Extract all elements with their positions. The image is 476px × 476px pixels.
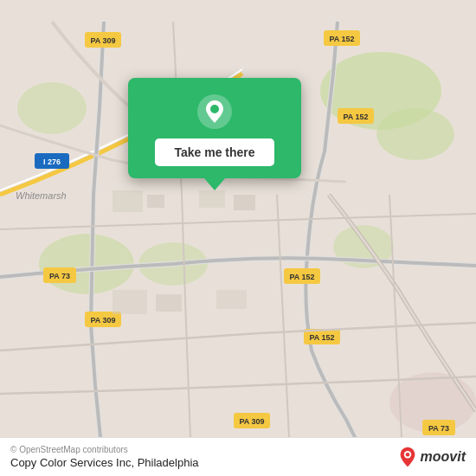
svg-point-5 [17,82,87,134]
svg-point-40 [405,453,409,457]
svg-text:PA 309: PA 309 [239,417,264,426]
svg-rect-31 [199,190,225,208]
moovit-pin-icon [398,446,417,468]
bottom-bar: © OpenStreetMap contributors Copy Color … [0,437,476,476]
svg-point-1 [376,108,454,160]
take-me-there-button[interactable]: Take me there [155,138,273,166]
map-container: I 276 I 276 PA 309 PA 309 PA 309 PA 152 … [0,0,476,476]
svg-rect-34 [156,294,182,312]
svg-point-38 [210,105,219,113]
svg-rect-30 [147,195,164,208]
map-svg: I 276 I 276 PA 309 PA 309 PA 309 PA 152 … [0,0,476,476]
svg-rect-33 [113,290,147,314]
svg-text:PA 309: PA 309 [90,36,115,45]
svg-text:Whitemarsh: Whitemarsh [16,190,67,201]
svg-text:PA 152: PA 152 [289,273,314,281]
svg-text:PA 309: PA 309 [90,316,115,325]
svg-rect-29 [113,190,143,212]
svg-point-2 [39,234,134,294]
svg-text:PA 73: PA 73 [49,272,70,280]
location-name: Copy Color Services Inc, Philadelphia [10,456,199,469]
svg-text:PA 152: PA 152 [309,333,334,342]
svg-rect-35 [216,290,247,309]
location-pin-icon [196,93,233,130]
attribution-text: © OpenStreetMap contributors [10,445,199,454]
svg-text:PA 73: PA 73 [428,424,449,433]
bottom-left: © OpenStreetMap contributors Copy Color … [10,445,199,469]
svg-text:PA 152: PA 152 [329,35,354,43]
svg-text:PA 152: PA 152 [343,113,368,121]
svg-text:I 276: I 276 [43,158,61,166]
svg-rect-32 [234,195,255,210]
moovit-logo: moovit [398,446,466,468]
popup-card: Take me there [128,78,301,178]
moovit-brand-text: moovit [421,449,466,465]
